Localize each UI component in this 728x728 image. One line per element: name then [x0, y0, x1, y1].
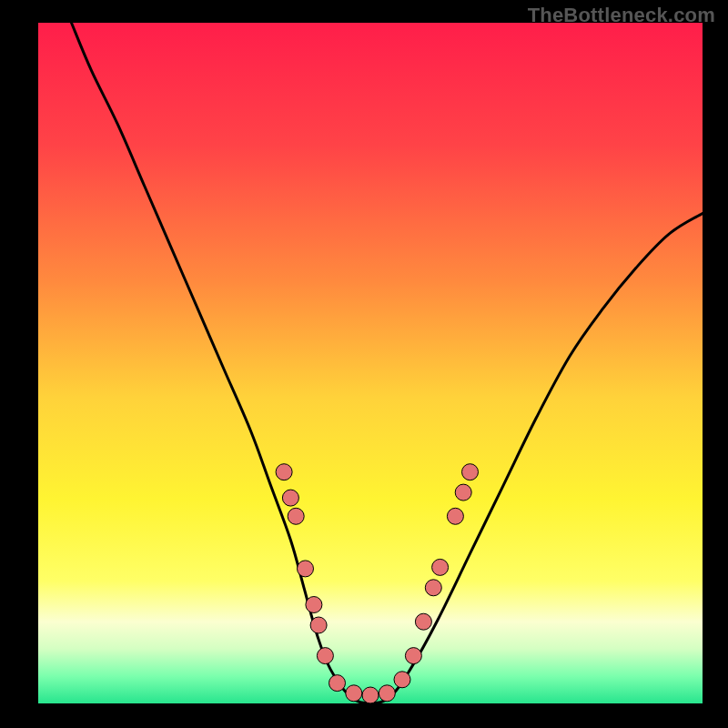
- curve-dot: [447, 508, 463, 524]
- curve-dot: [415, 613, 431, 630]
- curve-dot: [455, 484, 471, 500]
- curve-dot: [405, 648, 421, 664]
- curve-dot: [298, 561, 314, 577]
- curve-dot: [462, 464, 479, 480]
- curve-dot: [310, 617, 327, 633]
- curve-dot: [317, 648, 333, 664]
- gradient-background: [38, 23, 703, 703]
- curve-dot: [362, 687, 379, 703]
- curve-dot: [276, 464, 292, 480]
- watermark-label: TheBottleneck.com: [528, 4, 715, 27]
- curve-dot: [282, 490, 298, 506]
- curve-dot: [329, 675, 346, 692]
- curve-dot: [346, 685, 362, 702]
- chart-svg: [38, 23, 703, 703]
- curve-dot: [288, 508, 304, 524]
- app-frame: TheBottleneck.com: [0, 0, 728, 728]
- curve-dot: [432, 559, 449, 575]
- curve-dot: [379, 685, 395, 702]
- curve-dot: [425, 580, 441, 596]
- curve-dot: [394, 672, 410, 688]
- curve-dot: [306, 597, 322, 613]
- plot-area: [38, 23, 703, 703]
